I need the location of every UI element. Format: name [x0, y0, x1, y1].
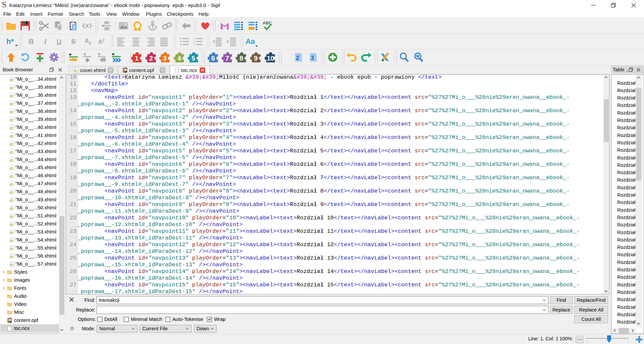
svg-text:3: 3	[163, 54, 166, 62]
svg-text:e: e	[10, 157, 12, 162]
svg-text:e: e	[10, 125, 12, 130]
svg-text:e: e	[10, 238, 12, 243]
svg-text:e: e	[10, 133, 12, 138]
svg-text:e: e	[10, 93, 12, 98]
svg-text:e: e	[10, 222, 12, 226]
svg-text:e: e	[10, 165, 12, 170]
svg-text:3: 3	[194, 43, 195, 46]
svg-text:e: e	[10, 182, 12, 186]
svg-text:6: 6	[211, 54, 215, 62]
svg-text:e: e	[10, 214, 12, 218]
svg-text:e: e	[10, 262, 12, 267]
svg-text:e: e	[74, 68, 76, 73]
svg-text:e: e	[10, 198, 12, 202]
svg-text:e: e	[10, 206, 12, 210]
svg-text:7: 7	[225, 54, 229, 62]
svg-text:5: 5	[191, 54, 195, 62]
svg-text:e: e	[10, 174, 12, 178]
svg-text:9: 9	[254, 54, 257, 62]
svg-text:e: e	[10, 101, 12, 106]
svg-text:e: e	[10, 230, 12, 234]
svg-text:10: 10	[267, 54, 274, 62]
svg-text:2: 2	[296, 55, 299, 61]
svg-text:e: e	[10, 190, 12, 194]
svg-text:e: e	[10, 85, 12, 90]
svg-text:2: 2	[149, 54, 153, 62]
svg-text:e: e	[10, 77, 12, 82]
svg-text:e: e	[10, 109, 12, 114]
svg-text:8: 8	[239, 54, 243, 62]
svg-text:e: e	[10, 246, 12, 251]
svg-text:e: e	[10, 149, 12, 154]
svg-text:1: 1	[135, 54, 138, 62]
svg-text:3: 3	[311, 55, 314, 61]
svg-text:e: e	[10, 141, 12, 146]
svg-text:e: e	[10, 254, 12, 259]
svg-text:e: e	[10, 117, 12, 122]
svg-text:4: 4	[177, 54, 181, 62]
